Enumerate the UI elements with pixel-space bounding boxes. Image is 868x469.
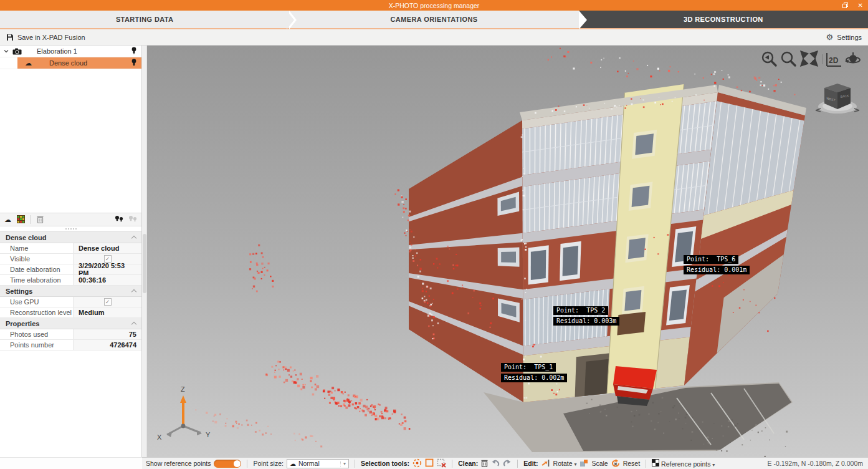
reference-points-menu-button[interactable]: Reference points ▾ [652,459,715,468]
point-size-dropdown[interactable]: ☁ Normal ▾ [287,459,349,468]
redo-button[interactable] [503,459,512,468]
add-dense-cloud-button[interactable]: ☁ [4,216,11,223]
divider [31,215,31,224]
delete-points-button[interactable] [481,459,488,468]
show-reference-points-toggle[interactable] [214,460,241,468]
rectangle-select-icon [425,458,434,467]
reset-button[interactable] [611,459,620,468]
visibility-bulb-icon[interactable] [131,47,136,56]
colored-grid-icon [17,215,25,223]
point-label-name: Point: TPS_1 [501,363,556,372]
property-section-header[interactable]: Settings [0,286,141,297]
wizard-step-camera-orientations[interactable]: CAMERA ORIENTATIONS [289,11,578,28]
navigation-cube[interactable]: WEST BACK [814,80,861,119]
wizard-step-starting-data[interactable]: STARTING DATA [0,11,289,28]
point-size-value: Normal [298,460,320,467]
clean-label: Clean: [458,460,478,467]
point-label-residual: Residual: 0.003m [553,317,619,326]
section-title: Properties [6,320,39,327]
collapse-caret-icon[interactable] [131,322,136,327]
gear-icon: ⚙ [826,32,834,42]
rectangle-select-button[interactable] [425,458,434,468]
point-cloud-scene[interactable] [147,46,867,457]
undo-icon [491,459,500,467]
panel-empty-area [0,351,141,457]
tree-item-label: Dense cloud [49,59,87,67]
restore-window-icon[interactable] [842,2,848,9]
property-row: Date elaboration3/29/2020 5:53 PM [0,264,141,275]
tree-item-dense-cloud[interactable]: ☁ Dense cloud [0,57,141,69]
move-icon [541,459,550,467]
property-row: NameDense cloud [0,243,141,254]
window-titlebar: X-PHOTO processing manager ✕ [0,0,868,11]
property-label: Photos used [0,329,74,339]
cloud-icon: ☁ [4,216,11,223]
viewport-toolbar: 2D [761,51,862,72]
property-label: Date elaboration [0,264,74,274]
panel-scrollbar[interactable] [142,46,147,457]
property-value: Medium [74,307,141,317]
property-value: 75 [74,329,141,339]
create-mesh-button[interactable] [17,215,25,225]
point-label: Point: TPS_1Residual: 0.002m [501,363,567,384]
circle-select-button[interactable] [413,458,422,469]
expander-chevron-icon[interactable] [4,49,9,54]
reset-label[interactable]: Reset [623,460,640,467]
scale-button[interactable] [579,459,588,468]
close-window-icon[interactable]: ✕ [858,2,863,9]
scale-label[interactable]: Scale [591,460,608,467]
wizard-steps: STARTING DATA CAMERA ORIENTATIONS 3D REC… [0,11,868,29]
move-button[interactable] [541,459,550,468]
show-reference-points-label: Show reference points [146,460,211,467]
collapse-caret-icon[interactable] [131,289,136,294]
wizard-step-label: STARTING DATA [116,16,174,23]
checkerboard-icon [652,459,659,467]
left-panel: Elaboration 1 ☁ Dense cloud ☁ [0,46,142,457]
property-label: Name [0,243,74,253]
property-value: 00:36:16 [74,275,141,285]
save-in-xpad-fusion-button[interactable]: Save in X-PAD Fusion [6,34,85,41]
property-row: Points number4726474 [0,340,141,351]
deselect-button[interactable] [437,458,446,469]
chevron-down-icon: ▾ [712,462,715,468]
tree-item-elaboration[interactable]: Elaboration 1 [0,46,141,57]
panel-splitter[interactable] [0,226,141,231]
divider [247,460,247,468]
scrollbar-thumb[interactable] [143,234,146,293]
window-title: X-PHOTO processing manager [389,2,480,9]
show-all-bulbs-button[interactable] [115,215,123,225]
3d-viewport[interactable]: 2D WEST BACK [147,46,868,457]
zoom-window-icon[interactable] [782,52,795,65]
rotate-left-arrow-icon[interactable] [816,109,821,112]
selection-tools-label: Selection tools: [361,460,409,467]
reference-points-label: Reference points [661,460,710,468]
circle-select-icon [413,458,422,468]
point-label-residual: Residual: 0.002m [501,374,567,382]
tree-indent [0,57,17,69]
rotate-right-arrow-icon[interactable] [854,109,859,112]
zoom-fit-icon[interactable] [802,52,816,65]
property-row: Use GPU✓ [0,297,141,307]
orbit-icon[interactable] [845,52,860,63]
property-section-header[interactable]: Properties [0,318,141,329]
visibility-bulb-icon[interactable] [131,59,136,67]
delete-button[interactable] [37,215,44,225]
wizard-step-3d-reconstruction[interactable]: 3D RECONSTRUCTION [579,11,868,28]
wizard-step-label: 3D RECONSTRUCTION [684,16,763,23]
elaboration-tree: Elaboration 1 ☁ Dense cloud [0,46,141,213]
cloud-icon: ☁ [290,460,296,467]
scale-icon [579,459,588,467]
rotate-menu-button[interactable]: Rotate ▾ [553,460,577,467]
undo-button[interactable] [491,459,500,468]
hide-all-bulbs-button[interactable] [128,215,137,225]
2d-view-icon[interactable]: 2D [827,53,841,66]
zoom-previous-icon[interactable] [763,52,776,65]
checkbox[interactable]: ✓ [104,298,112,306]
cloud-icon: ☁ [25,60,32,67]
settings-button[interactable]: ⚙ Settings [826,32,862,42]
save-button-label: Save in X-PAD Fusion [17,34,85,41]
collapse-caret-icon[interactable] [131,236,136,241]
axis-triad: Z X Y [156,382,213,445]
property-section-header[interactable]: Dense cloud [0,232,141,243]
reset-icon [611,459,620,467]
